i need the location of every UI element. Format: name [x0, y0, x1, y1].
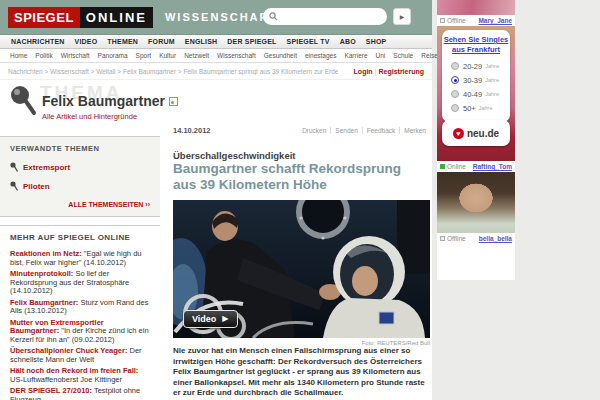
spiegel-online-logo[interactable]: SPIEGEL ONLINE [8, 7, 153, 28]
age-option-40-49[interactable]: 40-49 Jahre [451, 87, 510, 101]
age-suffix: Jahre [479, 105, 493, 111]
article-meta-row: 14.10.2012 DruckenSendenFeedbackMerken [173, 126, 430, 135]
neu-de-brand-panel[interactable]: ♥ neu.de [442, 120, 510, 146]
age-radio-1[interactable] [451, 76, 459, 84]
nav-netzwelt[interactable]: Netzwelt [180, 52, 213, 59]
search-submit-button[interactable]: ▶ [393, 8, 411, 25]
print-link[interactable]: Drucken [298, 127, 330, 134]
thema-title-row: Felix Baumgartner [42, 93, 178, 109]
ad-photo-mary-jane[interactable] [437, 0, 515, 15]
age-radio-0[interactable] [451, 62, 459, 70]
age-option-20-29[interactable]: 20-29 Jahre [451, 59, 510, 73]
related-topic-extremsport[interactable]: Extremsport [10, 162, 150, 172]
age-suffix: Jahre [485, 91, 499, 97]
ad-profile-bar-rafting-tom: Online Rafting_Tom [437, 161, 515, 172]
nav-nachrichten[interactable]: NACHRICHTEN [6, 38, 70, 45]
nav-der-spiegel[interactable]: DER SPIEGEL [222, 38, 281, 45]
age-options: 20-29 Jahre 30-39 Jahre 40-49 Jahre 50+ … [451, 59, 510, 115]
profile-name-link[interactable]: Rafting_Tom [473, 163, 512, 170]
profile-name-link[interactable]: Mary_Jane [478, 17, 512, 24]
login-link[interactable]: Login [354, 68, 373, 75]
ad-search-panel: Sehen Sie Singles aus Frankfurt 20-29 Ja… [442, 30, 510, 122]
search-box[interactable] [263, 8, 387, 25]
ad-photo-bella-bella[interactable] [437, 172, 515, 233]
nav-english[interactable]: ENGLISH [180, 38, 223, 45]
online-logo-part: ONLINE [80, 7, 153, 28]
article: 14.10.2012 DruckenSendenFeedbackMerken Ü… [173, 80, 430, 399]
more-heading: MEHR AUF SPIEGEL ONLINE [10, 233, 150, 242]
more-item-text: US-Luftwaffenoberst Joe Kittinger [10, 375, 122, 384]
related-topics-box: VERWANDTE THEMEN Extremsport Piloten ALL… [0, 136, 160, 217]
nav-home[interactable]: Home [6, 52, 31, 59]
more-item-1[interactable]: Reaktionen im Netz: "Egal wie high du bi… [10, 250, 150, 267]
related-topic-label: Piloten [23, 182, 50, 191]
profile-status: Offline [440, 17, 466, 24]
article-photo[interactable]: Video ▶ [173, 200, 430, 338]
offline-icon [440, 18, 445, 23]
play-icon: ▶ [222, 315, 228, 323]
nav-video[interactable]: VIDEO [70, 38, 103, 45]
auth-links: Login|Registrierung [354, 68, 424, 75]
spiegel-online-page: SPIEGEL ONLINE WISSENSCHAFT ▶ NACHRICHTE… [0, 0, 600, 400]
more-item-3[interactable]: Felix Baumgartner: Sturz vom Rand des Al… [10, 299, 150, 316]
nav-panorama[interactable]: Panorama [94, 52, 132, 59]
ad-photo-man[interactable] [437, 243, 515, 277]
more-item-5[interactable]: Überschallpionier Chuck Yeager: Der schn… [10, 347, 150, 364]
profile-name-link[interactable]: bella_bella [479, 235, 512, 242]
related-topic-piloten[interactable]: Piloten [10, 181, 150, 191]
breadcrumb[interactable]: Nachrichten > Wissenschaft > Weltall > F… [8, 68, 338, 75]
thema-header: THEMA Felix Baumgartner Alle Artikel und… [0, 80, 160, 132]
nav-forum[interactable]: FORUM [143, 38, 180, 45]
secondary-nav: Home Politik Wirtschaft Panorama Sport K… [0, 49, 432, 63]
more-item-2[interactable]: Minutenprotokoll: So lief der Rekordspru… [10, 270, 150, 296]
nav-politik[interactable]: Politik [31, 52, 56, 59]
nav-schule[interactable]: Schule [389, 52, 417, 59]
nav-wissenschaft[interactable]: Wissenschaft [213, 52, 260, 59]
age-label: 50+ [463, 104, 476, 113]
offline-icon [440, 236, 445, 241]
thema-subtitle[interactable]: Alle Artikel und Hintergründe [42, 112, 137, 121]
profile-status: Offline [440, 235, 466, 242]
article-headline[interactable]: Baumgartner schafft Rekordsprung aus 39 … [173, 161, 425, 193]
all-theme-pages-link[interactable]: ALLE THEMENSEITEN ›› [10, 201, 150, 208]
nav-wirtschaft[interactable]: Wirtschaft [57, 52, 94, 59]
age-radio-2[interactable] [451, 90, 459, 98]
age-option-30-39[interactable]: 30-39 Jahre [451, 73, 510, 87]
spiegel-logo-part: SPIEGEL [8, 7, 80, 28]
nav-abo[interactable]: ABO [335, 38, 361, 45]
primary-nav: NACHRICHTEN VIDEO THEMEN FORUM ENGLISH D… [0, 34, 432, 49]
neu-de-heart-icon: ♥ [453, 128, 464, 139]
site-content: SPIEGEL ONLINE WISSENSCHAFT ▶ NACHRICHTE… [0, 0, 432, 400]
thema-title[interactable]: Felix Baumgartner [42, 93, 165, 109]
search-input[interactable] [281, 10, 380, 24]
nav-karriere[interactable]: Karriere [340, 52, 371, 59]
nav-shop[interactable]: SHOP [361, 38, 392, 45]
search-icon [269, 12, 278, 21]
feedback-link[interactable]: Feedback [362, 127, 400, 134]
more-item-7[interactable]: DER SPIEGEL 27/2010: Testpilot ohne Flug… [10, 387, 150, 400]
age-option-50plus[interactable]: 50+ Jahre [451, 101, 510, 115]
video-button[interactable]: Video ▶ [183, 310, 238, 328]
nav-uni[interactable]: Uni [372, 52, 390, 59]
masthead: SPIEGEL ONLINE WISSENSCHAFT ▶ [0, 0, 432, 34]
nav-themen[interactable]: THEMEN [102, 38, 143, 45]
age-suffix: Jahre [485, 63, 499, 69]
nav-kultur[interactable]: Kultur [155, 52, 180, 59]
nav-einestages[interactable]: einestages [301, 52, 340, 59]
search-go-arrow-icon: ▶ [400, 13, 405, 20]
register-link[interactable]: Registrierung [378, 68, 424, 75]
more-item-6[interactable]: Hält noch den Rekord im freien Fall: US-… [10, 367, 150, 384]
more-on-spiegel-box: MEHR AUF SPIEGEL ONLINE Reaktionen im Ne… [0, 225, 160, 400]
thema-pin-icon [10, 85, 38, 117]
age-radio-3[interactable] [451, 104, 459, 112]
bookmark-link[interactable]: Merken [399, 127, 430, 134]
nav-gesundheit[interactable]: Gesundheit [260, 52, 301, 59]
more-item-4[interactable]: Mutter von Extremsportler Baumgartner: "… [10, 319, 150, 345]
nav-spiegel-tv[interactable]: SPIEGEL TV [282, 38, 335, 45]
nav-sport[interactable]: Sport [132, 52, 156, 59]
age-label: 30-39 [463, 76, 482, 85]
online-icon [440, 164, 445, 169]
pin-icon [10, 162, 18, 172]
ad-singles-link[interactable]: Sehen Sie Singles aus Frankfurt [442, 35, 510, 54]
send-link[interactable]: Senden [330, 127, 361, 134]
